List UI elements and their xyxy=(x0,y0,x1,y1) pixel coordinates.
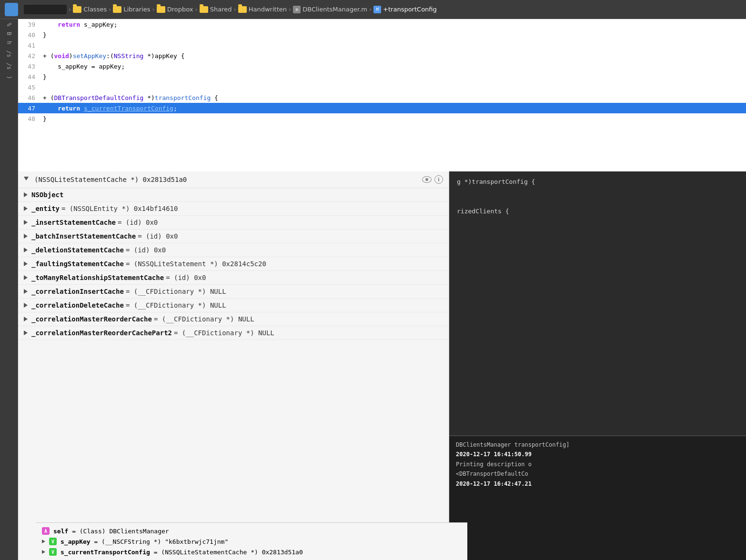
bc-sep-6: › xyxy=(369,6,372,13)
bc-label-libraries: Libraries xyxy=(123,6,150,13)
right-code: g *)transportConfig { rizedClients { xyxy=(449,171,746,436)
bc-label-dbclientsmanager: DBClientsManager.m xyxy=(302,6,367,13)
row-triangle[interactable] xyxy=(24,248,28,252)
right-panel: g *)transportConfig { rizedClients { DBC… xyxy=(449,171,746,560)
debug-row-batchinsertstatementcache[interactable]: _batchInsertStatementCache = (id) 0x0 xyxy=(18,230,449,243)
sidebar-char-slash-s2: /s xyxy=(6,63,12,70)
row-triangle[interactable] xyxy=(24,261,28,266)
code-area: 39 return s_appKey; 40 } 41 42 + (void)s… xyxy=(18,19,746,171)
bc-sep-3: › xyxy=(195,6,198,13)
bottom-panel: (NSSQLiteStatementCache *) 0x2813d51a0 i… xyxy=(18,171,746,560)
debug-header: (NSSQLiteStatementCache *) 0x2813d51a0 i xyxy=(18,171,449,188)
row-triangle[interactable] xyxy=(24,275,28,280)
debug-row-faultingstatementcache[interactable]: _faultingStatementCache = (NSSQLiteState… xyxy=(18,257,449,271)
code-line-41: 41 xyxy=(18,40,746,50)
vi-name-self: self = (Class) DBClientsManager xyxy=(53,528,169,535)
vi-icon-a: A xyxy=(42,527,50,535)
bc-label-transportconfig: +transportConfig xyxy=(383,6,437,13)
row-triangle[interactable] xyxy=(24,330,28,335)
code-line-44: 44 } xyxy=(18,71,746,82)
bc-item-dropbox[interactable]: Dropbox xyxy=(157,6,193,13)
sidebar-char-paren: ) xyxy=(6,76,12,79)
debug-row-correlationmasterreordercache[interactable]: _correlationMasterReorderCache = (__CFDi… xyxy=(18,312,449,326)
console-line-4: <DBTransportDefaultCo xyxy=(456,469,739,479)
bc-item-shared[interactable]: Shared xyxy=(200,6,232,13)
expand-triangle[interactable] xyxy=(24,177,29,183)
console-line-1: DBClientsManager transportConfig] xyxy=(456,440,739,450)
code-line-43: 43 s_appKey = appKey; xyxy=(18,61,746,71)
folder-icon xyxy=(157,6,165,13)
folder-icon xyxy=(113,6,121,13)
project-name[interactable] xyxy=(24,5,67,14)
sidebar-char-b: B xyxy=(6,32,12,35)
left-sidebar: % B h /s /s ) xyxy=(0,19,18,560)
debug-row-tomanyrelationshipstatementcache[interactable]: _toManyRelationshipStatementCache = (id)… xyxy=(18,271,449,285)
folder-icon xyxy=(73,6,81,13)
vi-row-self: A self = (Class) DBClientsManager xyxy=(42,526,449,536)
code-line-42: 42 + (void)setAppKey:(NSString *)appKey … xyxy=(18,50,746,61)
vi-icon-v: V xyxy=(49,538,57,545)
row-triangle[interactable] xyxy=(24,206,28,211)
folder-icon xyxy=(238,6,247,13)
vi-triangle-scurrenttransportconfig[interactable] xyxy=(42,550,45,554)
debug-row-correlationdeletecache[interactable]: _correlationDeleteCache = (__CFDictionar… xyxy=(18,299,449,312)
sidebar-char-percent: % xyxy=(6,23,12,26)
debug-header-title: (NSSQLiteStatementCache *) 0x2813d51a0 xyxy=(34,176,418,183)
bc-label-shared: Shared xyxy=(210,6,232,13)
debug-row-nsobject[interactable]: NSObject xyxy=(18,188,449,202)
debug-header-icons: i xyxy=(422,175,443,184)
row-triangle[interactable] xyxy=(24,289,28,294)
breadcrumb-bar: › Classes › Libraries › Dropbox › Shared… xyxy=(0,0,746,19)
code-line-47: 47 return s_currentTransportConfig; xyxy=(18,103,746,113)
code-line-39: 39 return s_appKey; xyxy=(18,19,746,30)
debug-panel: (NSSQLiteStatementCache *) 0x2813d51a0 i… xyxy=(18,171,449,560)
bc-item-classes[interactable]: Classes xyxy=(73,6,107,13)
bc-label-handwritten: Handwritten xyxy=(249,6,287,13)
file-M-icon: M xyxy=(373,6,381,13)
app-icon xyxy=(5,3,18,16)
info-icon[interactable]: i xyxy=(434,175,443,184)
bc-sep-0: › xyxy=(69,6,71,13)
code-line-40: 40 } xyxy=(18,30,746,40)
code-content: 39 return s_appKey; 40 } 41 42 + (void)s… xyxy=(18,19,746,124)
row-triangle[interactable] xyxy=(24,317,28,321)
folder-icon xyxy=(200,6,208,13)
vi-triangle-sappkey[interactable] xyxy=(42,540,45,543)
bc-item-handwritten[interactable]: Handwritten xyxy=(238,6,287,13)
file-m-icon: m xyxy=(293,6,301,13)
code-line-48: 48 } xyxy=(18,113,746,124)
row-triangle[interactable] xyxy=(24,220,28,225)
debug-row-correlationinsertcache[interactable]: _correlationInsertCache = (__CFDictionar… xyxy=(18,285,449,299)
sidebar-char-slash-s1: /s xyxy=(6,50,12,57)
row-triangle[interactable] xyxy=(24,234,28,239)
bc-item-transportconfig[interactable]: M +transportConfig xyxy=(373,6,437,13)
code-line-45: 45 xyxy=(18,82,746,92)
bc-sep-2: › xyxy=(152,6,155,13)
row-triangle[interactable] xyxy=(24,192,28,197)
bc-sep-1: › xyxy=(109,6,111,13)
var-inspector: A self = (Class) DBClientsManager V s_ap… xyxy=(36,522,449,560)
debug-row-deletionstatementcache[interactable]: _deletionStatementCache = (id) 0x0 xyxy=(18,243,449,257)
console-line-2: 2020-12-17 16:41:50.99 xyxy=(456,450,739,459)
bc-sep-4: › xyxy=(234,6,236,13)
console-line-5: 2020-12-17 16:42:47.21 xyxy=(456,479,739,489)
console-panel: DBClientsManager transportConfig] 2020-1… xyxy=(449,436,746,560)
debug-row-correlationmasterreordercachepart2[interactable]: _correlationMasterReorderCachePart2 = (_… xyxy=(18,326,449,340)
eye-icon[interactable] xyxy=(422,176,432,183)
debug-row-insertstatementcache[interactable]: _insertStatementCache = (id) 0x0 xyxy=(18,216,449,230)
debug-row-entity[interactable]: _entity = (NSSQLEntity *) 0x14bf14610 xyxy=(18,202,449,216)
row-triangle[interactable] xyxy=(24,303,28,308)
bc-label-classes: Classes xyxy=(83,6,107,13)
console-line-3: Printing description o xyxy=(456,460,739,469)
bc-label-dropbox: Dropbox xyxy=(167,6,193,13)
vi-name-scurrenttransportconfig: s_currentTransportConfig = (NSSQLiteStat… xyxy=(60,549,303,556)
vi-icon-v2: V xyxy=(49,548,57,556)
sidebar-char-h: h xyxy=(6,41,12,44)
bc-sep-5: › xyxy=(289,6,291,13)
vi-row-sappkey: V s_appKey = (__NSCFString *) "k6bxtbrwj… xyxy=(42,536,449,547)
bc-item-dbclientsmanager[interactable]: m DBClientsManager.m xyxy=(293,6,367,13)
vi-name-sappkey: s_appKey = (__NSCFString *) "k6bxtbrwjc7… xyxy=(60,538,228,545)
bc-item-libraries[interactable]: Libraries xyxy=(113,6,150,13)
vi-row-scurrenttransportconfig: V s_currentTransportConfig = (NSSQLiteSt… xyxy=(42,547,449,557)
code-line-46: 46 + (DBTransportDefaultConfig *)transpo… xyxy=(18,92,746,103)
